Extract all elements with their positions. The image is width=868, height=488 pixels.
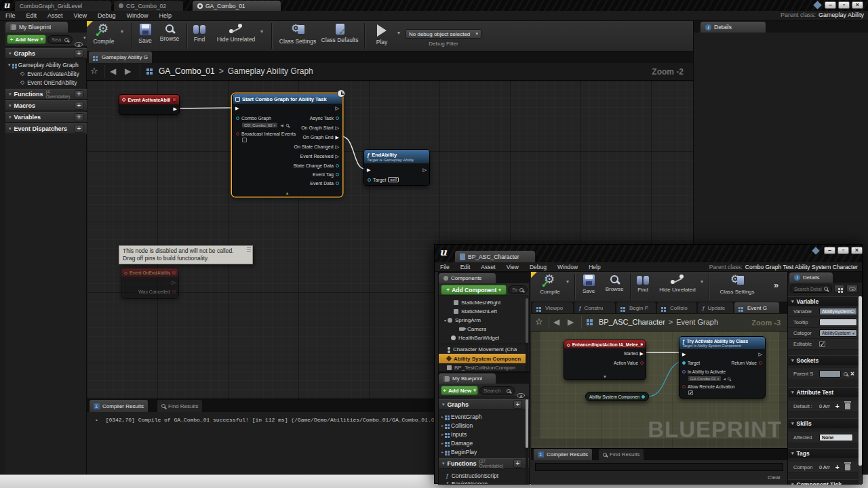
return-value-pin[interactable] <box>759 361 762 365</box>
close-button[interactable] <box>852 1 863 9</box>
sidebar-search[interactable] <box>47 35 73 44</box>
allow-remote-checkbox[interactable] <box>688 390 693 395</box>
component-bp-testcollision[interactable]: BP_TestCollisionCompon <box>447 364 527 371</box>
find-results-tab[interactable]: Find Results <box>599 449 644 460</box>
components-scrollbar[interactable] <box>526 298 528 371</box>
broadcast-checkbox[interactable] <box>242 138 247 142</box>
menu-help[interactable]: Help <box>583 264 606 270</box>
details-search-input[interactable] <box>794 287 822 291</box>
add-variable-button[interactable] <box>75 113 83 121</box>
hide-unrelated-button[interactable]: Hide Unrelated <box>656 274 699 293</box>
bookmark-star-icon[interactable] <box>535 317 543 327</box>
nav-back-icon[interactable] <box>110 66 116 76</box>
variable-section-header[interactable]: Variable <box>788 296 860 306</box>
hide-unrelated-button[interactable]: Hide Unrelated <box>213 24 259 43</box>
my-blueprint-tab[interactable]: My Blueprint <box>5 22 68 33</box>
parent-class-value[interactable]: Combo Graph Test Ability System Characte… <box>745 264 858 270</box>
expander-icon[interactable] <box>441 432 443 436</box>
expander-icon[interactable] <box>441 441 443 445</box>
delegate-pin[interactable] <box>172 271 176 274</box>
on-graph-start-pin[interactable] <box>336 125 339 130</box>
state-change-data-pin[interactable] <box>336 164 339 167</box>
component-staticmeshleft[interactable]: StaticMeshLeft <box>454 307 526 316</box>
sidebar-search-input[interactable] <box>52 37 62 43</box>
menu-file[interactable]: File <box>0 12 21 19</box>
component-ability-system-selected[interactable]: Ability System Componen <box>439 354 527 363</box>
functions-section-header[interactable]: Functions (4 Overridable) <box>5 89 87 100</box>
find-button[interactable]: Find <box>633 274 653 293</box>
menu-asset[interactable]: Asset <box>42 12 68 19</box>
find-button[interactable]: Find <box>189 24 210 43</box>
ability-class-dropdown[interactable]: GA Combo 01 <box>688 375 722 382</box>
graph-item-inputs[interactable]: Inputs <box>441 430 524 439</box>
tree-item-event-onendability[interactable]: Event OnEndAbility <box>20 78 85 87</box>
menu-debug[interactable]: Debug <box>92 12 121 19</box>
async-task-pin[interactable] <box>336 117 339 120</box>
compiler-results-tab[interactable]: Σ Compiler Results <box>534 449 592 460</box>
add-graph-button[interactable] <box>513 401 522 409</box>
node-event-activateability[interactable]: Event ActivateAbility <box>119 94 180 115</box>
functions-section-header[interactable]: Functions (27 Overridable) <box>439 458 529 469</box>
asset-tab-cg-combo-02[interactable]: CG_Combo_02 <box>114 1 183 11</box>
details-tab[interactable]: Details <box>789 272 833 283</box>
use-selected-asset-icon[interactable] <box>280 123 283 127</box>
doc-tab-update[interactable]: Update <box>698 302 733 313</box>
expander-icon[interactable] <box>441 449 443 454</box>
function-item-equipweapon[interactable]: EquipWeapon <box>446 480 526 485</box>
affected-input[interactable] <box>819 434 853 441</box>
macros-section-header[interactable]: Macros <box>5 100 87 111</box>
use-selected-asset-icon[interactable] <box>723 377 726 381</box>
blueprint-scrollbar[interactable] <box>526 399 528 485</box>
popup-maximize-button[interactable] <box>837 247 849 254</box>
hide-unrelated-caret[interactable] <box>260 28 263 35</box>
was-cancelled-pin[interactable] <box>172 290 176 293</box>
play-options-caret[interactable] <box>397 30 400 36</box>
doc-tab-construction[interactable]: Constru <box>574 302 615 313</box>
save-button[interactable]: Save <box>133 24 157 44</box>
combo-graph-pin[interactable] <box>236 117 239 120</box>
tooltip-input[interactable] <box>819 319 857 326</box>
node-endability[interactable]: EndAbility Target is Gameplay Ability Ta… <box>363 149 430 186</box>
target-self-value[interactable]: self <box>388 177 398 182</box>
exec-out-pin[interactable] <box>172 280 176 285</box>
asset-tab-combograph-gridlevel[interactable]: ComboGraph_GridLevel <box>15 1 111 11</box>
skills-section-header[interactable]: Skills <box>788 418 860 428</box>
details-tab[interactable]: Details <box>701 22 766 33</box>
popup-close-button[interactable] <box>851 247 863 254</box>
variables-section-header[interactable]: Variables <box>5 112 87 123</box>
expander-icon[interactable] <box>8 62 11 68</box>
breadcrumb-asset[interactable]: GA_Combo_01 <box>159 66 215 76</box>
nav-back-icon[interactable] <box>553 317 559 327</box>
node-try-activate-ability[interactable]: Try Activate Ability by Class Target is … <box>679 336 766 399</box>
tags-section-header[interactable]: Tags <box>788 448 860 458</box>
popup-minimize-button[interactable] <box>824 247 835 254</box>
editable-checkbox[interactable] <box>819 341 825 347</box>
clear-array-icon[interactable] <box>845 464 850 470</box>
expander-icon[interactable] <box>441 423 443 428</box>
node-enhancedinputaction[interactable]: EnhancedInputAction IA_Melee_Heavy Start… <box>564 340 646 380</box>
doc-tab-eventgraph[interactable]: Event G <box>734 302 779 313</box>
hide-unrelated-caret[interactable] <box>701 279 703 285</box>
exec-in-pin[interactable] <box>235 106 239 110</box>
breadcrumb-graph[interactable]: Event Graph <box>676 318 718 326</box>
graphs-section-header[interactable]: Graphs <box>5 48 87 59</box>
exec-in-pin[interactable] <box>682 352 686 357</box>
component-healthbarwidget[interactable]: HealthBarWidget <box>451 333 526 342</box>
class-settings-button[interactable]: Class Settings <box>718 274 756 295</box>
add-new-button[interactable]: Add New <box>441 386 478 395</box>
menu-debug[interactable]: Debug <box>524 264 552 270</box>
socket-clear-icon[interactable] <box>850 370 854 378</box>
breadcrumb-graph[interactable]: Gameplay Ability Graph <box>228 66 313 76</box>
menu-view[interactable]: View <box>68 12 92 19</box>
blueprint-search[interactable] <box>479 386 515 395</box>
menu-window[interactable]: Window <box>121 12 153 19</box>
function-item-constructionscript[interactable]: ConstructionScript <box>446 471 526 480</box>
exec-out-pin[interactable] <box>759 352 762 357</box>
node-event-onendability-disabled[interactable]: Event OnEndAbility Was Cancelled <box>121 268 179 299</box>
combo-graph-asset-dropdown[interactable]: CG_Combo_02 <box>241 122 278 128</box>
action-value-pin[interactable] <box>640 361 644 365</box>
toolbar-overflow-icon[interactable] <box>774 280 778 290</box>
event-received-pin[interactable] <box>336 154 339 159</box>
event-dispatchers-section-header[interactable]: Event Dispatchers <box>5 123 87 134</box>
details-scrollbar[interactable] <box>859 296 862 485</box>
